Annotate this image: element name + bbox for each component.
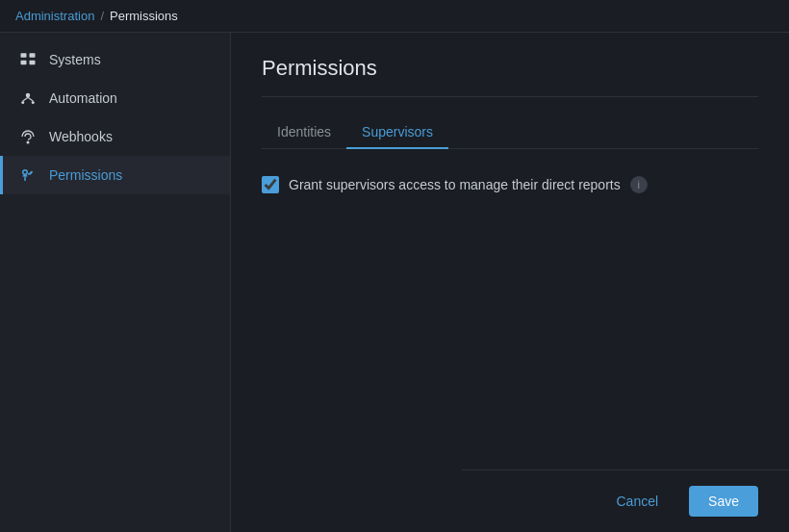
webhooks-icon — [18, 127, 38, 146]
systems-icon — [18, 50, 38, 69]
svg-point-9 — [27, 141, 30, 144]
svg-point-6 — [32, 101, 35, 104]
supervisor-checkbox-label[interactable]: Grant supervisors access to manage their… — [289, 177, 621, 192]
sidebar-item-automation[interactable]: Automation — [0, 79, 230, 117]
sidebar-item-webhooks[interactable]: Webhooks — [0, 117, 230, 156]
tab-supervisors[interactable]: Supervisors — [346, 116, 448, 149]
sidebar-item-systems[interactable]: Systems — [0, 40, 230, 79]
permissions-icon — [18, 165, 38, 185]
breadcrumb: Administration / Permissions — [0, 0, 789, 33]
sidebar-item-label-systems: Systems — [49, 52, 101, 67]
sidebar-item-label-webhooks: Webhooks — [49, 129, 113, 144]
sidebar-item-label-permissions: Permissions — [49, 167, 122, 183]
tab-identities[interactable]: Identities — [262, 116, 346, 149]
sidebar-item-label-automation: Automation — [49, 90, 117, 106]
tabs: Identities Supervisors — [262, 116, 758, 149]
breadcrumb-current: Permissions — [110, 9, 178, 23]
svg-point-5 — [21, 101, 24, 104]
supervisor-checkbox-wrapper[interactable] — [262, 176, 279, 193]
save-button[interactable]: Save — [689, 486, 758, 517]
sidebar-item-permissions[interactable]: Permissions — [0, 156, 230, 194]
svg-line-8 — [28, 97, 33, 101]
content-area: Permissions Identities Supervisors Grant… — [231, 33, 789, 532]
breadcrumb-separator: / — [100, 9, 104, 23]
svg-point-4 — [26, 93, 31, 98]
cancel-button[interactable]: Cancel — [597, 486, 677, 517]
svg-rect-1 — [30, 53, 36, 58]
svg-line-7 — [23, 97, 28, 101]
sidebar: Systems Automation — [0, 33, 231, 532]
svg-rect-3 — [30, 61, 36, 65]
svg-rect-2 — [21, 61, 27, 65]
footer: Cancel Save — [462, 469, 789, 532]
supervisor-checkbox[interactable] — [262, 176, 279, 193]
supervisor-checkbox-row: Grant supervisors access to manage their… — [262, 172, 758, 197]
automation-icon — [18, 89, 38, 108]
svg-rect-0 — [21, 53, 27, 58]
page-title: Permissions — [262, 56, 758, 97]
breadcrumb-link[interactable]: Administration — [15, 9, 94, 23]
main-layout: Systems Automation — [0, 33, 789, 532]
svg-point-11 — [28, 173, 30, 175]
info-icon[interactable]: i — [630, 176, 648, 193]
